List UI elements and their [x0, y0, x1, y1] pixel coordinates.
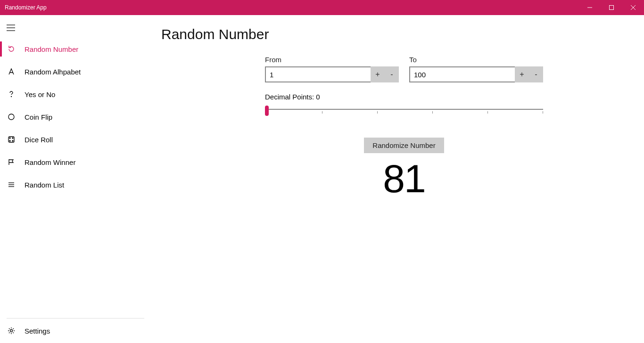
slider-track: [267, 109, 543, 110]
window-controls: [579, 0, 644, 15]
sidebar-item-label: Random Winner: [25, 158, 75, 166]
list-icon: [7, 181, 16, 188]
svg-point-13: [12, 140, 13, 141]
settings-label: Settings: [25, 327, 50, 335]
sidebar-item-coin-flip[interactable]: Coin Flip: [0, 106, 151, 128]
svg-rect-1: [610, 6, 614, 10]
from-decrement-button[interactable]: -: [385, 66, 399, 82]
app-title: Randomizer App: [5, 4, 47, 11]
svg-point-11: [12, 138, 13, 139]
minimize-button[interactable]: [579, 0, 601, 15]
svg-rect-9: [8, 137, 14, 142]
hamburger-button[interactable]: [0, 18, 151, 38]
sidebar-item-label: Coin Flip: [25, 113, 52, 121]
slider-thumb[interactable]: [265, 106, 269, 116]
decimal-points-label: Decimal Points: 0: [265, 93, 543, 101]
flag-icon: [7, 158, 16, 166]
svg-point-8: [8, 114, 14, 120]
svg-point-7: [11, 97, 12, 97]
sidebar-item-label: Random List: [25, 181, 64, 189]
to-decrement-button[interactable]: -: [529, 66, 543, 82]
to-increment-button[interactable]: +: [515, 66, 529, 82]
coin-icon: [7, 113, 16, 121]
svg-point-18: [10, 330, 13, 332]
sidebar-item-settings[interactable]: Settings: [0, 318, 151, 343]
maximize-button[interactable]: [601, 0, 622, 15]
sidebar: Random Number Random Alhpabet Yes or No …: [0, 15, 151, 343]
svg-point-10: [9, 138, 10, 139]
dice-icon: [7, 136, 16, 143]
from-input[interactable]: [265, 66, 371, 82]
sidebar-item-dice-roll[interactable]: Dice Roll: [0, 128, 151, 151]
result-number: 81: [265, 156, 543, 202]
sidebar-item-label: Dice Roll: [25, 136, 53, 144]
sidebar-item-random-number[interactable]: Random Number: [0, 38, 151, 60]
main-content: Random Number From + - To: [151, 15, 644, 343]
sidebar-item-label: Random Number: [25, 45, 78, 53]
sidebar-item-random-alphabet[interactable]: Random Alhpabet: [0, 60, 151, 83]
sidebar-item-label: Random Alhpabet: [25, 68, 81, 76]
gear-icon: [7, 327, 16, 335]
sidebar-item-random-winner[interactable]: Random Winner: [0, 151, 151, 173]
refresh-icon: [7, 45, 16, 53]
titlebar: Randomizer App: [0, 0, 644, 15]
alphabet-icon: [7, 68, 16, 75]
from-label: From: [265, 56, 399, 64]
decimal-points-slider[interactable]: [265, 106, 543, 120]
from-increment-button[interactable]: +: [371, 66, 385, 82]
sidebar-item-yes-or-no[interactable]: Yes or No: [0, 83, 151, 106]
to-label: To: [409, 56, 543, 64]
page-title: Random Number: [161, 26, 627, 42]
slider-ticks: [267, 111, 543, 114]
randomize-button[interactable]: Randomize Number: [364, 138, 444, 153]
svg-point-12: [9, 140, 10, 141]
sidebar-item-label: Yes or No: [25, 90, 55, 98]
close-button[interactable]: [622, 0, 644, 15]
to-input[interactable]: [409, 66, 515, 82]
sidebar-item-random-list[interactable]: Random List: [0, 173, 151, 196]
question-icon: [7, 90, 16, 98]
